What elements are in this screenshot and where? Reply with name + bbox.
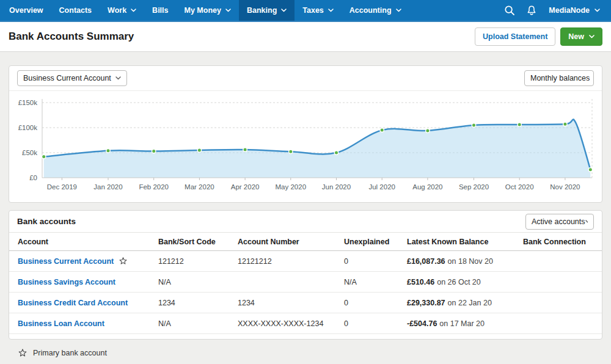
- account-select[interactable]: Business Current Account: [17, 70, 127, 86]
- account-number-cell: 1234: [238, 299, 344, 307]
- chevron-down-icon: [131, 9, 136, 12]
- svg-text:Feb 2020: Feb 2020: [139, 183, 169, 191]
- chevron-down-icon: [396, 9, 401, 12]
- svg-text:Jun 2020: Jun 2020: [322, 183, 351, 191]
- nav-item-overview[interactable]: Overview: [1, 0, 51, 21]
- primary-star-icon[interactable]: [119, 257, 128, 266]
- accounts-filter-value: Active accounts: [532, 217, 585, 226]
- primary-account-legend-text: Primary bank account: [33, 349, 107, 357]
- balance-cell: -£504.76on 17 Mar 20: [407, 319, 523, 328]
- svg-text:Mar 2020: Mar 2020: [185, 183, 214, 191]
- balance-chart-panel: Business Current Account Monthly balance…: [9, 65, 602, 203]
- column-header-latest-balance: Latest Known Balance: [407, 238, 523, 246]
- bell-icon: [525, 4, 538, 16]
- balance-cell: £29,330.87on 22 Jan 20: [407, 299, 523, 307]
- account-name: Business Loan Account: [18, 319, 104, 328]
- table-row: Business Loan Account N/A XXXX-XXXX-XXXX…: [9, 313, 602, 334]
- balance-area-chart[interactable]: Dec 2019Jan 2020Feb 2020Mar 2020Apr 2020…: [9, 93, 601, 201]
- nav-label: Accounting: [349, 6, 392, 15]
- new-button[interactable]: New: [560, 27, 602, 46]
- unexplained-cell: 0: [344, 257, 407, 266]
- chevron-down-icon: [585, 220, 588, 224]
- account-name: Business Current Account: [18, 257, 114, 266]
- account-select-value: Business Current Account: [23, 74, 111, 82]
- nav-label: Taxes: [302, 6, 324, 15]
- sort-code-cell: N/A: [158, 278, 238, 286]
- sort-code-cell: N/A: [158, 319, 238, 328]
- new-button-label: New: [568, 32, 584, 41]
- user-menu-label: MediaNode: [549, 6, 590, 15]
- bank-accounts-header: Bank accounts Active accounts: [9, 211, 602, 233]
- svg-text:£150k: £150k: [18, 99, 38, 106]
- primary-account-legend: Primary bank account: [9, 340, 602, 364]
- nav-right-section: MediaNode: [499, 0, 611, 21]
- svg-text:Sep 2020: Sep 2020: [459, 183, 489, 191]
- nav-label: Bills: [152, 6, 168, 15]
- search-button[interactable]: [499, 0, 521, 21]
- svg-text:Nov 2020: Nov 2020: [550, 183, 580, 191]
- balance-date: on 22 Jan 20: [448, 299, 492, 307]
- unexplained-cell: 0: [344, 319, 407, 328]
- chevron-down-icon: [595, 9, 600, 12]
- balance-amount: -£504.76: [407, 319, 437, 328]
- nav-label: My Money: [185, 6, 221, 15]
- chevron-down-icon: [589, 35, 595, 38]
- period-select[interactable]: Monthly balances: [524, 70, 594, 86]
- account-link[interactable]: Business Credit Card Account: [18, 299, 128, 307]
- svg-text:Dec 2019: Dec 2019: [47, 183, 77, 191]
- table-row: Business Current Account 121212 12121212…: [9, 251, 602, 272]
- sort-code-cell: 121212: [158, 257, 238, 266]
- user-menu[interactable]: MediaNode: [543, 6, 606, 15]
- svg-text:Jan 2020: Jan 2020: [93, 183, 122, 191]
- accounts-filter-select[interactable]: Active accounts: [525, 214, 594, 230]
- table-row: Business Savings Account N/A N/A £510.46…: [9, 272, 602, 293]
- chevron-down-icon: [225, 9, 231, 12]
- balance-cell: £16,087.36on 18 Nov 20: [407, 257, 523, 266]
- svg-text:£50k: £50k: [22, 149, 37, 156]
- star-icon: [18, 348, 27, 358]
- balance-amount: £510.46: [407, 278, 434, 286]
- account-name: Business Savings Account: [18, 278, 115, 286]
- nav-item-bills[interactable]: Bills: [144, 0, 176, 21]
- accounts-table-header: Account Bank/Sort Code Account Number Un…: [9, 233, 602, 251]
- svg-text:May 2020: May 2020: [276, 183, 307, 191]
- nav-item-banking[interactable]: Banking: [239, 0, 295, 21]
- account-link[interactable]: Business Current Account: [18, 257, 128, 266]
- balance-date: on 18 Nov 20: [448, 257, 493, 266]
- account-link[interactable]: Business Savings Account: [18, 278, 115, 286]
- balance-amount: £29,330.87: [407, 299, 445, 307]
- account-link[interactable]: Business Loan Account: [18, 319, 104, 328]
- nav-item-accounting[interactable]: Accounting: [342, 0, 409, 21]
- nav-label: Contacts: [59, 6, 92, 15]
- nav-label: Work: [108, 6, 126, 15]
- unexplained-cell: 0: [344, 299, 407, 307]
- upload-statement-button[interactable]: Upload Statement: [475, 27, 555, 46]
- nav-item-my-money[interactable]: My Money: [177, 0, 239, 21]
- nav-item-taxes[interactable]: Taxes: [295, 0, 342, 21]
- chart-area: Dec 2019Jan 2020Feb 2020Mar 2020Apr 2020…: [9, 91, 602, 202]
- account-number-cell: XXXX-XXXX-XXXX-1234: [238, 319, 344, 328]
- sort-code-cell: 1234: [158, 299, 238, 307]
- column-header-bank-connection: Bank Connection: [523, 238, 602, 246]
- chevron-down-icon: [115, 76, 121, 80]
- balance-date: on 26 Oct 20: [437, 278, 481, 286]
- search-icon: [503, 4, 516, 16]
- balance-cell: £510.46on 26 Oct 20: [407, 278, 523, 286]
- main-content: Business Current Account Monthly balance…: [0, 52, 611, 364]
- svg-text:Jul 2020: Jul 2020: [368, 183, 395, 191]
- account-number-cell: 12121212: [238, 257, 344, 266]
- chevron-down-icon: [281, 9, 287, 12]
- bank-accounts-panel: Bank accounts Active accounts Account Ba…: [9, 210, 602, 340]
- chart-toolbar: Business Current Account Monthly balance…: [9, 66, 602, 91]
- notifications-button[interactable]: [521, 0, 543, 21]
- unexplained-cell: N/A: [344, 278, 407, 286]
- nav-item-work[interactable]: Work: [100, 0, 144, 21]
- balance-date: on 17 Mar 20: [439, 319, 485, 328]
- column-header-account: Account: [18, 238, 158, 246]
- column-header-unexplained: Unexplained: [344, 238, 407, 246]
- nav-item-contacts[interactable]: Contacts: [51, 0, 100, 21]
- top-nav: Overview Contacts Work Bills My Money Ba…: [0, 0, 611, 22]
- chevron-down-icon: [328, 9, 334, 12]
- nav-label: Overview: [9, 6, 43, 15]
- period-select-value: Monthly balances: [530, 74, 590, 82]
